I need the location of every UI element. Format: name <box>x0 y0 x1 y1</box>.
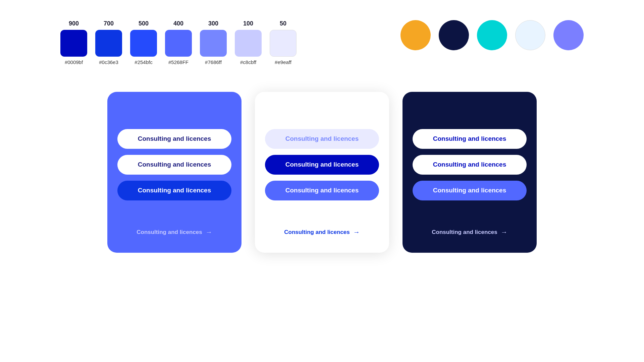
cards-section: Consulting and licences Consulting and l… <box>60 92 584 253</box>
swatch-700-hex: #0c36e3 <box>99 59 118 65</box>
card-dark-link-label: Consulting and licences <box>432 229 497 236</box>
card-dark: Consulting and licences Consulting and l… <box>402 92 537 253</box>
card-white-link[interactable]: Consulting and licences → <box>284 228 360 236</box>
card-white-button-2[interactable]: Consulting and licences <box>265 155 379 175</box>
card-blue-button-3[interactable]: Consulting and licences <box>117 181 231 200</box>
swatch-900-color <box>60 30 87 57</box>
swatch-400-color <box>165 30 192 57</box>
card-blue-button-1[interactable]: Consulting and licences <box>117 129 231 149</box>
arrow-icon-dark: → <box>501 228 507 236</box>
card-dark-link[interactable]: Consulting and licences → <box>432 228 507 236</box>
card-dark-button-1[interactable]: Consulting and licences <box>413 129 527 149</box>
card-white: Consulting and licences Consulting and l… <box>255 92 389 253</box>
swatch-300-label: 300 <box>208 20 218 27</box>
swatch-300: 300 #7686ff <box>200 20 227 65</box>
swatch-50: 50 #e9eaff <box>270 20 297 65</box>
swatches-section: 900 #0009bf 700 #0c36e3 500 #254bfc 400 … <box>60 20 584 65</box>
card-white-buttons: Consulting and licences Consulting and l… <box>268 112 376 218</box>
card-dark-buttons: Consulting and licences Consulting and l… <box>416 112 523 218</box>
card-white-button-3[interactable]: Consulting and licences <box>265 181 379 200</box>
swatch-900: 900 #0009bf <box>60 20 87 65</box>
swatch-50-color <box>270 30 297 57</box>
card-blue: Consulting and licences Consulting and l… <box>107 92 241 253</box>
card-blue-button-2[interactable]: Consulting and licences <box>117 155 231 175</box>
arrow-icon-white: → <box>353 228 360 236</box>
swatch-100: 100 #c8cbff <box>235 20 262 65</box>
card-dark-button-3[interactable]: Consulting and licences <box>413 181 527 200</box>
swatch-100-color <box>235 30 262 57</box>
circle-purple <box>553 20 584 50</box>
swatch-900-hex: #0009bf <box>65 59 83 65</box>
swatch-50-hex: #e9eaff <box>275 59 291 65</box>
swatch-50-label: 50 <box>280 20 286 27</box>
swatch-100-hex: #c8cbff <box>240 59 256 65</box>
swatch-400-label: 400 <box>173 20 183 27</box>
swatch-900-label: 900 <box>69 20 79 27</box>
square-swatches-group: 900 #0009bf 700 #0c36e3 500 #254bfc 400 … <box>60 20 297 65</box>
card-blue-link-label: Consulting and licences <box>137 229 202 236</box>
circle-light-blue <box>515 20 545 50</box>
card-dark-button-2[interactable]: Consulting and licences <box>413 155 527 175</box>
circle-cyan <box>477 20 507 50</box>
swatch-700: 700 #0c36e3 <box>95 20 122 65</box>
circle-dark-navy <box>439 20 469 50</box>
swatch-400-hex: #5268FF <box>168 59 189 65</box>
swatch-500: 500 #254bfc <box>130 20 157 65</box>
card-blue-link[interactable]: Consulting and licences → <box>137 228 212 236</box>
swatch-500-color <box>130 30 157 57</box>
swatch-300-color <box>200 30 227 57</box>
swatch-400: 400 #5268FF <box>165 20 192 65</box>
card-blue-buttons: Consulting and licences Consulting and l… <box>121 112 228 218</box>
arrow-icon: → <box>206 228 212 236</box>
circles-group <box>400 20 584 50</box>
swatch-100-label: 100 <box>243 20 253 27</box>
swatch-500-hex: #254bfc <box>135 59 152 65</box>
swatch-500-label: 500 <box>139 20 149 27</box>
card-white-link-label: Consulting and licences <box>284 229 350 236</box>
swatch-300-hex: #7686ff <box>205 59 222 65</box>
swatch-700-color <box>95 30 122 57</box>
card-white-button-1[interactable]: Consulting and licences <box>265 129 379 149</box>
circle-orange <box>400 20 431 50</box>
swatch-700-label: 700 <box>104 20 114 27</box>
